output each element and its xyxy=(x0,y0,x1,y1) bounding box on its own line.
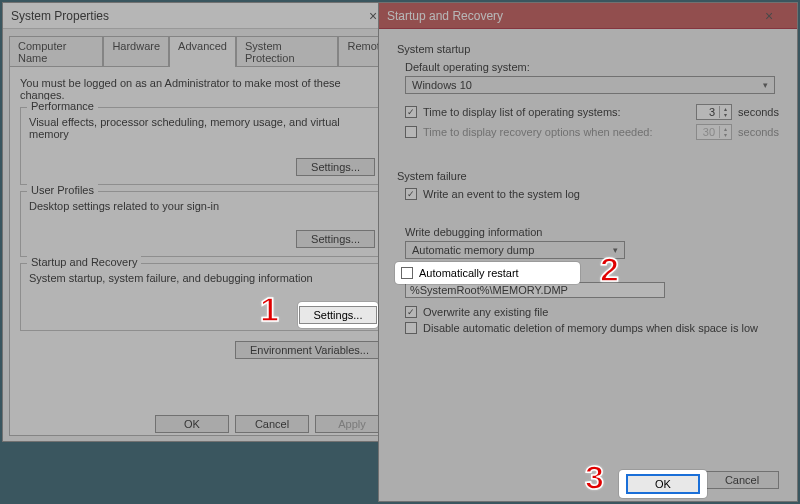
overwrite-label: Overwrite any existing file xyxy=(423,306,548,318)
system-failure-label: System failure xyxy=(397,170,779,182)
highlight-ok: OK xyxy=(619,470,707,498)
titlebar[interactable]: Startup and Recovery × xyxy=(379,3,797,29)
chevron-down-icon: ▾ xyxy=(763,80,768,90)
seconds-label: seconds xyxy=(738,126,779,138)
default-os-select[interactable]: Windows 10 ▾ xyxy=(405,76,775,94)
close-icon[interactable]: × xyxy=(749,8,789,24)
highlight-auto-restart: Automatically restart xyxy=(395,262,580,284)
system-startup-label: System startup xyxy=(397,43,779,55)
environment-variables-button[interactable]: Environment Variables... xyxy=(235,341,384,359)
system-properties-window: System Properties × Computer Name Hardwa… xyxy=(2,2,402,442)
startup-recovery-settings-button[interactable]: Settings... xyxy=(299,306,378,324)
titlebar[interactable]: System Properties × xyxy=(3,3,401,29)
marker-1: 1 xyxy=(260,290,279,329)
tab-hardware[interactable]: Hardware xyxy=(103,36,169,67)
write-debug-label: Write debugging information xyxy=(405,226,779,238)
window-title: System Properties xyxy=(11,9,353,23)
performance-group: Performance Visual effects, processor sc… xyxy=(20,107,384,185)
disable-auto-delete-checkbox[interactable] xyxy=(405,322,417,334)
time-recovery-label: Time to display recovery options when ne… xyxy=(423,126,690,138)
default-os-value: Windows 10 xyxy=(412,79,472,91)
sr-ok-button[interactable]: OK xyxy=(626,474,700,494)
time-recovery-checkbox[interactable] xyxy=(405,126,417,138)
cancel-button[interactable]: Cancel xyxy=(235,415,309,433)
time-list-checkbox[interactable] xyxy=(405,106,417,118)
time-list-value[interactable]: 3 ▴▾ xyxy=(696,104,732,120)
performance-desc: Visual effects, processor scheduling, me… xyxy=(29,116,375,140)
disable-auto-delete-label: Disable automatic deletion of memory dum… xyxy=(423,322,758,334)
startup-recovery-desc: System startup, system failure, and debu… xyxy=(29,272,375,284)
write-debug-select[interactable]: Automatic memory dump ▾ xyxy=(405,241,625,259)
dump-file-input[interactable]: %SystemRoot%\MEMORY.DMP xyxy=(405,282,665,298)
time-list-label: Time to display list of operating system… xyxy=(423,106,690,118)
user-profiles-group: User Profiles Desktop settings related t… xyxy=(20,191,384,257)
tab-computer-name[interactable]: Computer Name xyxy=(9,36,103,67)
write-debug-value: Automatic memory dump xyxy=(412,244,534,256)
marker-2: 2 xyxy=(600,250,619,289)
startup-recovery-window: Startup and Recovery × System startup De… xyxy=(378,2,798,502)
ok-button[interactable]: OK xyxy=(155,415,229,433)
tab-system-protection[interactable]: System Protection xyxy=(236,36,338,67)
time-recovery-value[interactable]: 30 ▴▾ xyxy=(696,124,732,140)
sr-cancel-button[interactable]: Cancel xyxy=(705,471,779,489)
user-profiles-settings-button[interactable]: Settings... xyxy=(296,230,375,248)
seconds-label: seconds xyxy=(738,106,779,118)
auto-restart-checkbox[interactable] xyxy=(401,267,413,279)
user-profiles-legend: User Profiles xyxy=(27,184,98,196)
admin-note: You must be logged on as an Administrato… xyxy=(20,77,384,101)
performance-settings-button[interactable]: Settings... xyxy=(296,158,375,176)
overwrite-checkbox[interactable] xyxy=(405,306,417,318)
marker-3: 3 xyxy=(585,458,604,497)
tab-advanced[interactable]: Advanced xyxy=(169,36,236,67)
window-title: Startup and Recovery xyxy=(387,9,749,23)
auto-restart-label: Automatically restart xyxy=(419,267,519,279)
startup-recovery-legend: Startup and Recovery xyxy=(27,256,141,268)
performance-legend: Performance xyxy=(27,100,98,112)
write-event-checkbox[interactable] xyxy=(405,188,417,200)
user-profiles-desc: Desktop settings related to your sign-in xyxy=(29,200,375,212)
default-os-label: Default operating system: xyxy=(405,61,779,73)
write-event-label: Write an event to the system log xyxy=(423,188,580,200)
highlight-settings: Settings... xyxy=(298,302,378,328)
tabs: Computer Name Hardware Advanced System P… xyxy=(3,29,401,66)
